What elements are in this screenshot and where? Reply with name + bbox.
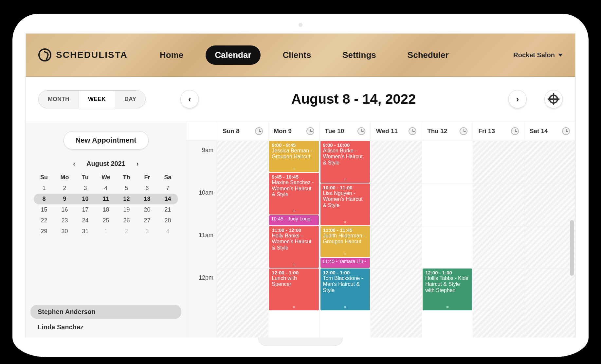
resize-handle-icon[interactable]: = [344,252,346,256]
brand-name: SCHEDULISTA [56,50,128,60]
mini-next-month[interactable]: › [133,159,142,169]
day-header-sat[interactable]: Sat 14 [524,122,575,141]
mini-day[interactable]: 29 [34,226,54,237]
mini-day[interactable]: 13 [137,194,157,204]
mini-day[interactable]: 4 [157,226,178,237]
mini-day[interactable]: 30 [54,226,75,237]
mini-day[interactable]: 1 [34,183,54,194]
mini-day[interactable]: 11 [96,194,116,204]
calendar-event[interactable]: 10:00 - 11:00Lisa Nguyen - Women's Hairc… [320,183,370,225]
new-appointment-button[interactable]: New Appointment [64,131,149,149]
mini-day[interactable]: 2 [116,226,137,237]
mini-day[interactable]: 31 [75,226,96,237]
day-column-mon[interactable]: 9:00 - 9:45Jessica Berman - Groupon Hair… [268,141,319,338]
mini-day[interactable]: 16 [54,204,75,215]
calendar-grid[interactable]: 9am10am11am12pm 9:00 - 9:45Jessica Berma… [186,141,575,338]
calendar-event[interactable]: 10:45 - Judy Long [269,215,319,225]
laptop-base [12,338,589,357]
mini-prev-month[interactable]: ‹ [70,159,79,169]
mini-day[interactable]: 25 [96,215,116,226]
nav-clients[interactable]: Clients [274,45,320,65]
calendar-event[interactable]: 11:00 - 11:45Judith Hilderman - Groupon … [320,226,370,257]
mini-day[interactable]: 20 [137,204,157,215]
calendar-event[interactable]: 9:00 - 10:00Allison Burke - Women's Hair… [320,141,370,183]
calendar-event[interactable]: 11:45 - Tamara Liu - [320,258,370,268]
chevron-right-icon: › [516,94,519,104]
nav-scheduler[interactable]: Scheduler [398,45,458,65]
prev-week-button[interactable]: ‹ [180,90,199,108]
account-menu[interactable]: Rocket Salon [513,51,563,59]
calendar-event[interactable]: 9:00 - 9:45Jessica Berman - Groupon Hair… [269,141,319,172]
day-column-thu[interactable]: 12:00 - 1:00Hollis Tabbs - Kids Haircut … [422,141,473,338]
mini-day[interactable]: 3 [137,226,157,237]
nav-settings[interactable]: Settings [333,45,385,65]
account-label: Rocket Salon [513,51,555,59]
resize-handle-icon[interactable]: = [344,178,346,182]
mini-day[interactable]: 24 [75,215,96,226]
mini-day[interactable]: 17 [75,204,96,215]
calendar-area: Sun 8 Mon 9 Tue 10 Wed 11 Thu 12 Fri 13 … [186,122,575,338]
calendar-sidebar: New Appointment ‹ August 2021 › SuMoTuWe… [26,122,186,338]
mini-day[interactable]: 7 [157,183,178,194]
resize-handle-icon[interactable]: = [344,305,346,310]
day-column-sun[interactable] [217,141,268,338]
resize-handle-icon[interactable]: = [293,305,295,310]
mini-day[interactable]: 22 [34,215,54,226]
resize-handle-icon[interactable]: = [293,263,295,267]
view-switch: MONTH WEEK DAY [38,90,146,108]
resize-handle-icon[interactable]: = [344,220,346,225]
day-header-mon[interactable]: Mon 9 [268,122,319,141]
clock-icon [357,127,365,135]
view-week-button[interactable]: WEEK [79,91,115,108]
mini-weekday: Su [34,172,54,183]
day-header-thu[interactable]: Thu 12 [422,122,473,141]
mini-day[interactable]: 3 [75,183,96,194]
mini-day[interactable]: 9 [54,194,75,204]
mini-day[interactable]: 27 [137,215,157,226]
calendar-settings-button[interactable] [544,90,563,108]
mini-day[interactable]: 18 [96,204,116,215]
day-column-sat[interactable] [524,141,575,338]
mini-day[interactable]: 8 [34,194,54,204]
mini-day[interactable]: 14 [157,194,178,204]
staff-item[interactable]: Stephen Anderson [30,305,181,319]
mini-day[interactable]: 1 [96,226,116,237]
mini-day[interactable]: 6 [137,183,157,194]
day-header-tue[interactable]: Tue 10 [319,122,371,141]
view-month-button[interactable]: MONTH [39,91,79,108]
calendar-event[interactable]: 12:00 - 1:00Lunch with Spencer= [269,269,319,310]
app-header: SCHEDULISTA Home Calendar Clients Settin… [26,34,575,77]
brand[interactable]: SCHEDULISTA [38,48,128,61]
mini-day[interactable]: 23 [54,215,75,226]
calendar-event[interactable]: 12:00 - 1:00Hollis Tabbs - Kids Haircut … [423,269,472,310]
next-week-button[interactable]: › [508,90,527,108]
day-header-wed[interactable]: Wed 11 [371,122,422,141]
nav-calendar[interactable]: Calendar [206,45,260,65]
day-header-fri[interactable]: Fri 13 [473,122,524,141]
calendar-event[interactable]: 9:45 - 10:45Maxine Sanchez - Women's Hai… [269,173,319,215]
nav-home[interactable]: Home [151,45,192,65]
calendar-event[interactable]: 11:00 - 12:00Holly Banks - Women's Hairc… [269,226,319,268]
resize-handle-icon[interactable]: = [293,167,295,171]
resize-handle-icon[interactable]: = [293,209,295,214]
mini-day[interactable]: 28 [157,215,178,226]
day-column-wed[interactable] [371,141,422,338]
mini-day[interactable]: 5 [116,183,137,194]
mini-day[interactable]: 4 [96,183,116,194]
day-column-tue[interactable]: 9:00 - 10:00Allison Burke - Women's Hair… [319,141,371,338]
mini-day[interactable]: 10 [75,194,96,204]
mini-day[interactable]: 26 [116,215,137,226]
scrollbar-thumb[interactable] [570,220,574,276]
calendar-event[interactable]: 12:00 - 1:00Tom Blackstone - Men's Hairc… [320,269,370,310]
staff-list: Stephen Anderson Linda Sanchez [26,303,186,338]
day-column-fri[interactable] [473,141,524,338]
staff-item[interactable]: Linda Sanchez [30,320,181,334]
day-header-sun[interactable]: Sun 8 [217,122,268,141]
mini-day[interactable]: 15 [34,204,54,215]
view-day-button[interactable]: DAY [115,91,145,108]
mini-day[interactable]: 12 [116,194,137,204]
mini-day[interactable]: 21 [157,204,178,215]
mini-day[interactable]: 19 [116,204,137,215]
mini-day[interactable]: 2 [54,183,75,194]
resize-handle-icon[interactable]: = [446,305,448,310]
